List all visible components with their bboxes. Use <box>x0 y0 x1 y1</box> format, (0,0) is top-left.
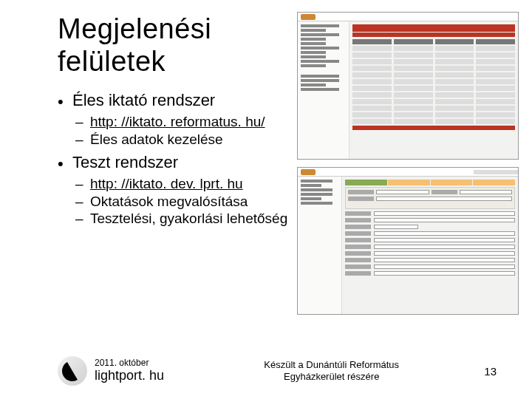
sub-test-url: http: //iktato. dev. lprt. hu <box>90 175 301 193</box>
slide-footer: 2011. október lightport. hu Készült a Du… <box>0 356 532 386</box>
test-system-link[interactable]: http: //iktato. dev. lprt. hu <box>90 176 243 191</box>
live-system-link[interactable]: http: //iktato. reformatus. hu/ <box>90 114 265 129</box>
sub-test-training: Oktatások megvalósítása <box>90 193 301 211</box>
lightport-logo-icon <box>58 356 87 386</box>
slide: Megjelenési felületek Éles iktató rendsz… <box>0 0 532 399</box>
footer-attribution: Készült a Dunántúli Református Egyházker… <box>164 359 484 382</box>
footer-left: 2011. október lightport. hu <box>95 358 164 384</box>
screenshot-live-system <box>297 12 519 160</box>
footer-brand: lightport. hu <box>95 368 164 384</box>
page-number: 13 <box>484 365 505 378</box>
screenshot-test-system <box>297 167 519 315</box>
sub-test-practice: Tesztelési, gyakorlási lehetőség <box>90 210 301 228</box>
footer-date: 2011. október <box>95 358 164 368</box>
